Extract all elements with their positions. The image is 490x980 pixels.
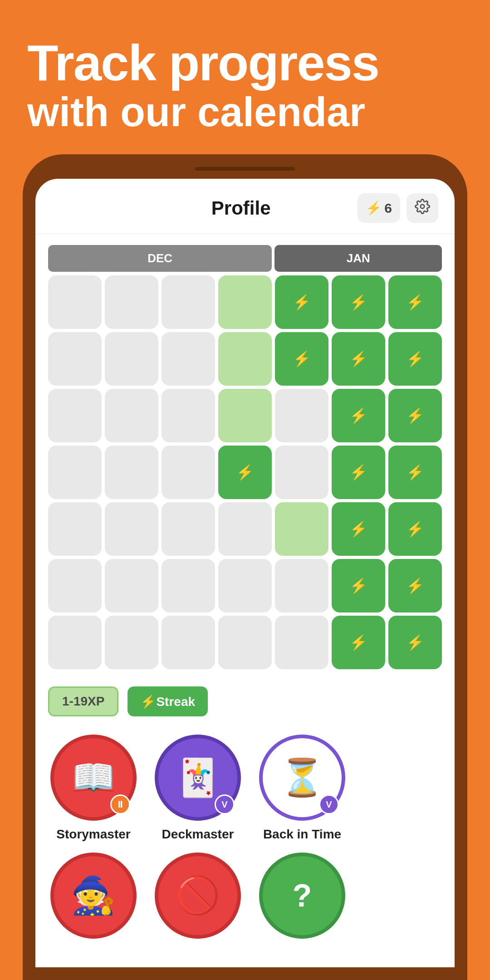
phone-screen: Profile ⚡ 6 <box>35 179 455 967</box>
wizard-icon: 🧙 <box>71 874 116 917</box>
back-in-time-circle: ⏳ V <box>259 735 345 821</box>
hero-subtitle: with our calendar <box>27 90 463 135</box>
cal-day <box>162 559 215 612</box>
app-header: Profile ⚡ 6 <box>35 179 455 234</box>
storymaster-circle: 📖 ⏸ <box>50 735 137 821</box>
streak-legend: ⚡Streak <box>127 686 208 716</box>
cal-day <box>48 332 102 386</box>
cal-day-streak: ⚡ <box>218 446 272 499</box>
achievement-deckmaster[interactable]: 🃏 V Deckmaster <box>152 735 243 842</box>
cal-day <box>48 559 102 612</box>
cal-day-streak: ⚡ <box>388 559 442 612</box>
hero-section: Track progress with our calendar <box>0 0 490 153</box>
cal-day-streak: ⚡ <box>332 332 385 386</box>
streak-label: ⚡Streak <box>140 694 195 709</box>
settings-button[interactable] <box>407 193 438 223</box>
page-title: Profile <box>124 197 358 219</box>
calendar-grid: ⚡ ⚡ ⚡ ⚡ ⚡ ⚡ ⚡ <box>48 275 442 669</box>
achievement-storymaster[interactable]: 📖 ⏸ Storymaster <box>48 735 139 842</box>
gear-icon <box>415 199 430 217</box>
phone-outer: Profile ⚡ 6 <box>23 154 467 980</box>
cal-day-streak: ⚡ <box>388 446 442 499</box>
cal-day <box>105 446 158 499</box>
phone-mockup: Profile ⚡ 6 <box>23 154 467 980</box>
achievement-5[interactable]: 🚫 <box>152 853 243 939</box>
cal-day <box>218 502 272 556</box>
cal-day <box>48 502 102 556</box>
achievement-4[interactable]: 🧙 <box>48 853 139 939</box>
cal-day-streak: ⚡ <box>388 616 442 669</box>
cal-day-streak: ⚡ <box>388 389 442 442</box>
achievements-section: 📖 ⏸ Storymaster 🃏 V Deckmaster <box>35 724 455 842</box>
back-in-time-badge: V <box>319 794 339 814</box>
cal-day-streak: ⚡ <box>332 559 385 612</box>
calendar-section: DEC JAN ⚡ ⚡ ⚡ <box>35 234 455 676</box>
cal-day-streak: ⚡ <box>332 275 385 329</box>
ach6-circle: ? <box>259 853 345 939</box>
streak-count: 6 <box>384 201 392 216</box>
cal-day <box>48 446 102 499</box>
cal-day <box>105 275 158 329</box>
question-icon: ? <box>293 877 312 914</box>
storymaster-badge: ⏸ <box>110 794 130 814</box>
cal-day <box>162 275 215 329</box>
ach4-circle: 🧙 <box>50 853 137 939</box>
achievement-6[interactable]: ? <box>257 853 348 939</box>
cal-day <box>275 616 328 669</box>
book-icon: 📖 <box>71 756 116 799</box>
hero-title: Track progress <box>27 36 463 90</box>
cal-day <box>162 502 215 556</box>
deckmaster-badge: V <box>215 794 235 814</box>
calendar-legend: 1-19XP ⚡Streak <box>35 676 455 724</box>
cal-day <box>218 389 272 442</box>
back-in-time-label: Back in Time <box>263 827 341 842</box>
deck-icon: 🃏 <box>175 756 220 799</box>
phone-notch <box>195 167 295 171</box>
cal-day <box>105 389 158 442</box>
cal-day <box>218 559 272 612</box>
xp-legend: 1-19XP <box>48 686 118 716</box>
bolt-icon: ⚡ <box>366 201 382 216</box>
cal-day <box>218 275 272 329</box>
cal-day-streak: ⚡ <box>388 332 442 386</box>
cal-day <box>275 559 328 612</box>
cal-day <box>162 616 215 669</box>
achievement-back-in-time[interactable]: ⏳ V Back in Time <box>257 735 348 842</box>
cal-day <box>105 332 158 386</box>
header-buttons: ⚡ 6 <box>358 193 438 223</box>
streak-button[interactable]: ⚡ 6 <box>358 193 400 223</box>
hourglass-icon: ⏳ <box>279 756 325 799</box>
cal-day-streak: ⚡ <box>332 616 385 669</box>
cal-day <box>48 275 102 329</box>
cal-day <box>218 616 272 669</box>
achievements-row-2: 🧙 🚫 ? <box>35 842 455 939</box>
xp-label: 1-19XP <box>62 694 104 709</box>
calendar-months: DEC JAN <box>48 245 442 272</box>
ach5-circle: 🚫 <box>155 853 241 939</box>
month-dec: DEC <box>48 245 272 272</box>
cal-day-streak: ⚡ <box>275 275 328 329</box>
cal-day <box>105 502 158 556</box>
cal-day <box>275 389 328 442</box>
month-jan: JAN <box>274 245 442 272</box>
storymaster-label: Storymaster <box>56 827 130 842</box>
cal-day <box>162 389 215 442</box>
cal-day <box>105 559 158 612</box>
cal-day-streak: ⚡ <box>332 502 385 556</box>
cal-day <box>162 332 215 386</box>
achievements-row-1: 📖 ⏸ Storymaster 🃏 V Deckmaster <box>48 735 442 842</box>
cal-day <box>48 616 102 669</box>
cal-day <box>105 616 158 669</box>
cal-day <box>218 332 272 386</box>
cal-day <box>275 502 328 556</box>
cal-day-streak: ⚡ <box>332 389 385 442</box>
cal-day-streak: ⚡ <box>388 502 442 556</box>
svg-point-0 <box>421 205 425 209</box>
no-icon: 🚫 <box>175 874 220 917</box>
cal-day-streak: ⚡ <box>332 446 385 499</box>
cal-day-streak: ⚡ <box>388 275 442 329</box>
cal-day <box>275 446 328 499</box>
cal-day-streak: ⚡ <box>275 332 328 386</box>
deckmaster-label: Deckmaster <box>162 827 234 842</box>
cal-day <box>162 446 215 499</box>
